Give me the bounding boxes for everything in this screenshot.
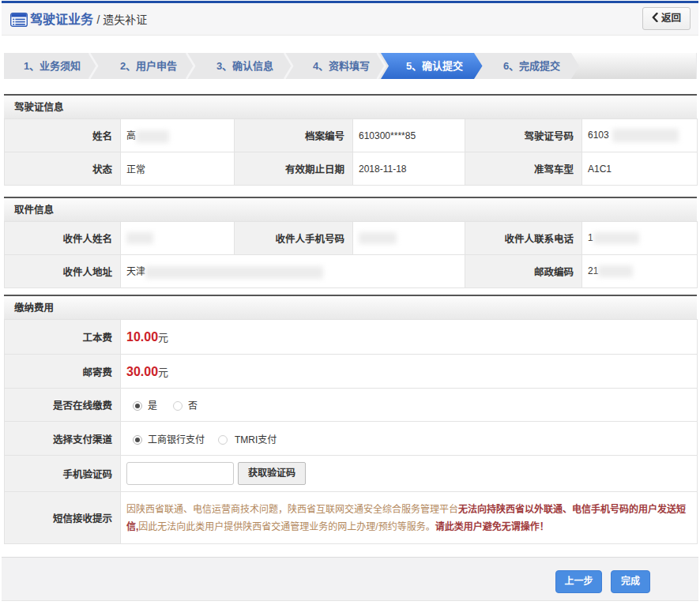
svg-text:5、确认提交: 5、确认提交 <box>406 60 463 72</box>
svg-text:2、用户申告: 2、用户申告 <box>120 60 177 72</box>
svg-text:3、确认信息: 3、确认信息 <box>216 60 273 72</box>
svg-text:1、业务须知: 1、业务须知 <box>24 60 81 72</box>
svg-text:4、资料填写: 4、资料填写 <box>313 60 370 72</box>
svg-text:6、完成提交: 6、完成提交 <box>503 60 560 72</box>
